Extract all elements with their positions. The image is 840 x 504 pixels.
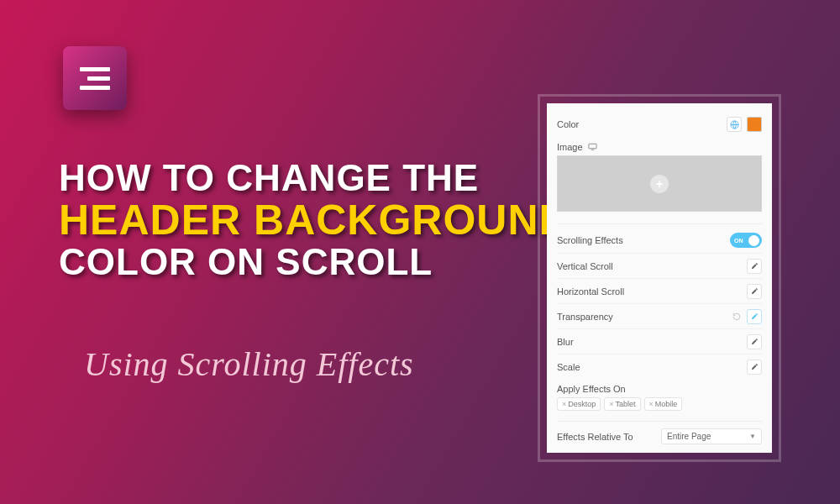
reset-transparency-button[interactable] [731,311,743,323]
chevron-down-icon: ▼ [749,433,756,440]
device-tag-tablet[interactable]: ×Tablet [604,397,640,411]
responsive-icon[interactable] [588,143,597,152]
transparency-row: Transparency [557,303,762,328]
edit-vertical-scroll-button[interactable] [747,259,762,274]
subtitle: Using Scrolling Effects [84,344,414,384]
headline-line-2: HEADER BACKGROUND [59,199,570,242]
remove-icon: × [649,400,654,408]
effects-relative-select[interactable]: Entire Page ▼ [661,428,762,444]
scrolling-effects-row: Scrolling Effects ON [557,228,762,253]
color-row: Color [557,112,762,137]
edit-blur-button[interactable] [747,334,762,349]
settings-panel: Color Image + Scrolling Effects ON [547,103,772,453]
remove-icon: × [562,400,566,408]
transparency-label: Transparency [557,312,613,322]
device-tag-desktop[interactable]: ×Desktop [557,397,601,411]
scrolling-effects-toggle[interactable]: ON [730,233,762,248]
device-tags: ×Desktop ×Tablet ×Mobile [557,397,762,417]
vertical-scroll-label: Vertical Scroll [557,261,613,271]
color-swatch[interactable] [747,117,762,132]
elementor-logo-glyph [80,67,110,90]
plus-icon: + [650,175,669,193]
color-label: Color [557,119,579,129]
apply-effects-label: Apply Effects On [557,379,762,397]
edit-scale-button[interactable] [747,360,762,375]
headline-line-1: HOW TO CHANGE THE [59,160,570,197]
vertical-scroll-row: Vertical Scroll [557,253,762,278]
horizontal-scroll-row: Horizontal Scroll [557,278,762,303]
blur-row: Blur [557,328,762,354]
panel-frame: Color Image + Scrolling Effects ON [538,94,781,462]
headline-line-3: COLOR ON SCROLL [59,244,570,281]
effects-relative-label: Effects Relative To [557,432,633,442]
image-row-header: Image [557,137,762,155]
svg-rect-1 [588,144,596,149]
global-color-button[interactable] [727,117,742,132]
horizontal-scroll-label: Horizontal Scroll [557,286,624,297]
edit-horizontal-scroll-button[interactable] [747,284,762,299]
scale-row: Scale [557,354,762,379]
scale-label: Scale [557,362,580,372]
blur-label: Blur [557,337,574,347]
edit-transparency-button[interactable] [747,309,762,324]
scrolling-effects-label: Scrolling Effects [557,235,623,245]
image-upload-box[interactable]: + [557,155,762,212]
remove-icon: × [609,400,613,408]
select-value: Entire Page [667,432,711,441]
elementor-logo [63,46,127,110]
toggle-knob [748,235,759,246]
effects-relative-row: Effects Relative To Entire Page ▼ [557,425,762,444]
device-tag-mobile[interactable]: ×Mobile [644,397,683,411]
headline: HOW TO CHANGE THE HEADER BACKGROUND COLO… [59,160,570,281]
toggle-state-label: ON [734,238,743,244]
image-label: Image [557,142,583,152]
